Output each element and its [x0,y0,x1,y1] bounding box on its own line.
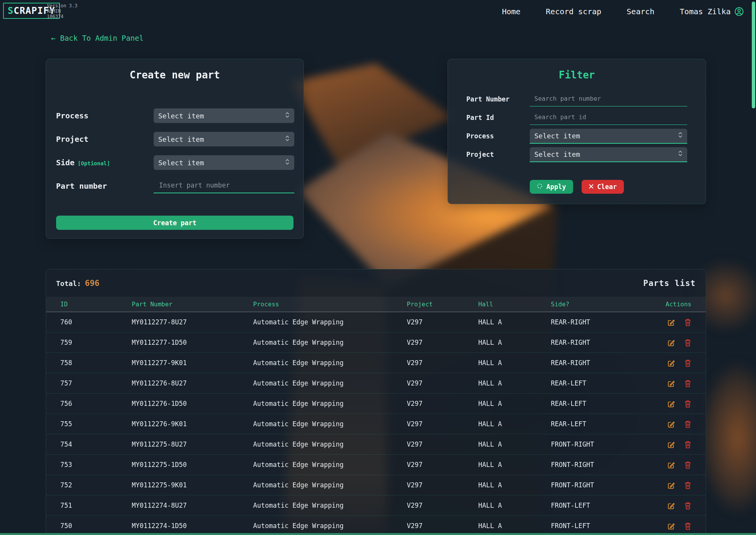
table-row: 750 MY0112274-1D50 Automatic Edge Wrappi… [46,516,706,535]
col-part-number: Part Number [132,301,253,308]
cell-id: 751 [60,502,132,509]
col-actions: Actions [645,301,691,308]
process-label: Process [56,111,154,120]
cell-project: V297 [407,359,478,367]
project-select[interactable]: Select item [154,132,294,146]
edit-row-button[interactable] [667,420,675,428]
cell-id: 755 [60,420,132,428]
cell-process: Automatic Edge Wrapping [253,420,407,428]
cell-part-number: MY0112276-1D50 [132,400,253,407]
delete-row-button[interactable] [684,502,691,510]
cell-hall: HALL A [478,400,551,407]
edit-row-button[interactable] [667,400,675,408]
delete-row-button[interactable] [684,461,691,469]
app-version: Version 3.3 [47,3,77,8]
delete-row-button[interactable] [684,359,691,367]
table-header-row: ID Part Number Process Project Hall Side… [46,297,706,312]
edit-row-button[interactable] [667,339,675,347]
part-number-input-wrap [154,179,294,193]
cell-hall: HALL A [478,318,551,326]
table-row: 755 MY0112276-9K01 Automatic Edge Wrappi… [46,414,706,434]
cell-side: FRONT-RIGHT [551,461,645,469]
delete-row-button[interactable] [684,339,691,347]
part-number-row: Part number [56,179,294,193]
cell-side: REAR-LEFT [551,379,645,387]
edit-row-button[interactable] [667,379,675,387]
process-row: Process Select item [56,108,294,123]
filter-process-select-value: Select item [534,132,580,140]
cell-process: Automatic Edge Wrapping [253,522,407,530]
chevron-updown-icon [285,111,290,120]
cell-project: V297 [407,318,478,326]
apply-icon [537,183,543,191]
cell-actions [645,522,691,530]
nav-record-scrap[interactable]: Record scrap [546,7,602,16]
user-menu[interactable]: Tomas Zilka [680,7,744,16]
cell-id: 753 [60,461,132,469]
delete-row-button[interactable] [684,522,691,530]
col-hall: Hall [478,301,551,308]
edit-row-button[interactable] [667,461,675,469]
cell-side: REAR-LEFT [551,420,645,428]
delete-row-button[interactable] [684,318,691,326]
page-scrollbar-thumb[interactable] [752,2,755,108]
cell-side: FRONT-RIGHT [551,481,645,489]
total-value: 696 [85,279,99,288]
cell-part-number: MY0112274-8U27 [132,502,253,509]
filter-card: Filter Part Number Part Id Process Selec… [448,59,706,204]
cell-part-number: MY0112275-8U27 [132,440,253,448]
page-scrollbar-track[interactable] [751,0,756,535]
nav-home[interactable]: Home [502,7,521,16]
process-select[interactable]: Select item [154,108,294,123]
logo-accent-letter: S [8,5,13,16]
back-to-admin-link[interactable]: ← Back To Admin Panel [51,34,144,42]
cell-side: FRONT-LEFT [551,502,645,509]
cell-actions [645,420,691,428]
cell-project: V297 [407,461,478,469]
side-label: Side[Optional] [56,158,154,167]
col-process: Process [253,301,407,308]
back-link-label: Back To Admin Panel [60,34,143,42]
clear-filter-button[interactable]: Clear [582,180,624,194]
cell-project: V297 [407,502,478,509]
cell-id: 752 [60,481,132,489]
filter-process-select[interactable]: Select item [530,129,687,144]
delete-row-button[interactable] [684,379,691,387]
filter-part-id-input[interactable] [530,110,687,125]
delete-row-button[interactable] [684,400,691,408]
side-select[interactable]: Select item [154,155,294,170]
filter-form: Part Number Part Id Process Select item [466,91,687,165]
cell-part-number: MY0112277-9K01 [132,359,253,367]
apply-filter-button[interactable]: Apply [530,180,573,194]
edit-row-button[interactable] [667,359,675,367]
delete-row-button[interactable] [684,440,691,449]
part-number-input[interactable] [154,179,294,193]
create-part-form: Process Select item Project Select item [56,108,294,202]
filter-part-number-input[interactable] [530,92,687,106]
edit-row-button[interactable] [667,481,675,489]
create-card-title: Create new part [46,69,303,81]
cell-part-number: MY0112277-1D50 [132,339,253,346]
cell-part-number: MY0112276-8U27 [132,379,253,387]
filter-process-row: Process Select item [466,128,687,144]
cell-part-number: MY0112277-8U27 [132,318,253,326]
create-part-button[interactable]: Create part [56,216,293,230]
cell-actions [645,461,691,469]
cell-hall: HALL A [478,420,551,428]
cell-id: 754 [60,440,132,448]
edit-row-button[interactable] [667,502,675,510]
edit-row-button[interactable] [667,440,675,449]
part-number-label: Part number [56,181,154,191]
delete-row-button[interactable] [684,420,691,428]
nav-search[interactable]: Search [627,7,654,16]
cell-side: FRONT-RIGHT [551,440,645,448]
cell-actions [645,481,691,489]
edit-row-button[interactable] [667,318,675,326]
filter-actions: Apply Clear [448,180,706,194]
filter-process-label: Process [466,132,530,140]
delete-row-button[interactable] [684,481,691,489]
cell-actions [645,318,691,326]
filter-project-select[interactable]: Select item [530,147,687,162]
cell-hall: HALL A [478,522,551,530]
edit-row-button[interactable] [667,522,675,530]
